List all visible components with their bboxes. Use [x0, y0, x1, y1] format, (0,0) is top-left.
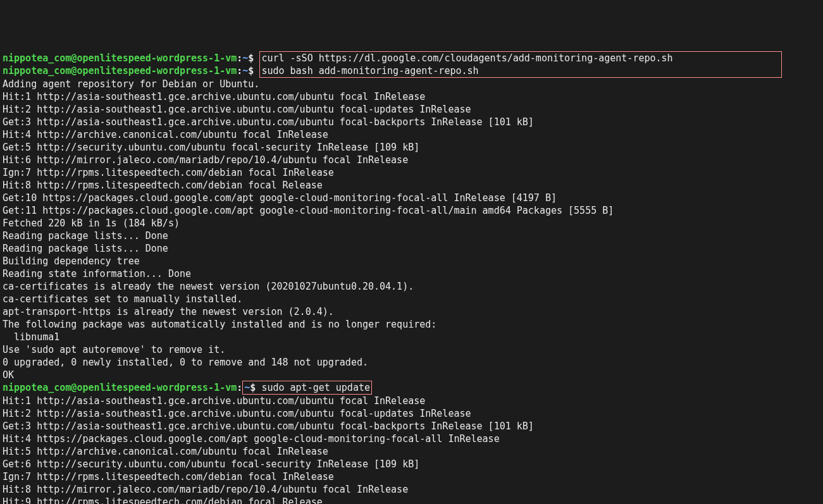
terminal-line: libnuma1 — [3, 331, 820, 343]
output-line: Hit:9 http://rpms.litespeedtech.com/debi… — [3, 496, 323, 504]
output-line: Hit:4 http://archive.canonical.com/ubunt… — [3, 129, 328, 140]
output-line: apt-transport-https is already the newes… — [3, 306, 334, 317]
terminal-line: Get:5 http://security.ubuntu.com/ubuntu … — [3, 141, 820, 154]
terminal-line: Hit:5 http://archive.canonical.com/ubunt… — [3, 445, 820, 458]
terminal-line: Hit:2 http://asia-southeast1.gce.archive… — [3, 407, 820, 420]
output-line: Hit:4 https://packages.cloud.google.com/… — [3, 433, 500, 445]
highlight-box-bottom: sudo bash add-monitoring-agent-repo.sh — [259, 65, 782, 78]
prompt-sep: : — [237, 52, 242, 64]
terminal-line: Hit:9 http://rpms.litespeedtech.com/debi… — [3, 496, 820, 504]
prompt-user-host: nippotea_com@openlitespeed-wordpress-1-v… — [3, 382, 237, 393]
output-line: Ign:7 http://rpms.litespeedtech.com/debi… — [3, 167, 334, 178]
output-line: Get:3 http://asia-southeast1.gce.archive… — [3, 421, 534, 432]
output-line: Ign:7 http://rpms.litespeedtech.com/debi… — [3, 471, 334, 482]
terminal-line: ca-certificates is already the newest ve… — [3, 280, 820, 293]
terminal-line: Hit:2 http://asia-southeast1.gce.archive… — [3, 103, 820, 116]
output-line: Reading package lists... Done — [3, 243, 168, 254]
output-line: Hit:6 http://mirror.jaleco.com/mariadb/r… — [3, 154, 408, 166]
output-line: Get:11 https://packages.cloud.google.com… — [3, 205, 614, 216]
prompt-dollar: $ — [248, 65, 259, 77]
terminal-line: Get:3 http://asia-southeast1.gce.archive… — [3, 116, 820, 128]
prompt-user-host: nippotea_com@openlitespeed-wordpress-1-v… — [3, 52, 237, 64]
terminal-line: Get:6 http://security.ubuntu.com/ubuntu … — [3, 458, 820, 470]
terminal-line: Reading package lists... Done — [3, 242, 820, 255]
output-line: Get:5 http://security.ubuntu.com/ubuntu … — [3, 142, 419, 153]
output-line: Get:10 https://packages.cloud.google.com… — [3, 192, 557, 204]
terminal-line: Hit:4 https://packages.cloud.google.com/… — [3, 433, 820, 445]
terminal-line: OK — [3, 369, 820, 381]
prompt-dollar: $ — [248, 52, 259, 64]
output-line: Hit:8 http://rpms.litespeedtech.com/debi… — [3, 180, 323, 191]
terminal-line: Reading state information... Done — [3, 267, 820, 280]
output-line: Adding agent repository for Debian or Ub… — [3, 78, 259, 90]
output-line: libnuma1 — [3, 331, 59, 343]
terminal-line: Hit:1 http://asia-southeast1.gce.archive… — [3, 90, 820, 103]
command-curl: curl -sSO https://dl.google.com/cloudage… — [261, 52, 672, 64]
terminal-line: The following package was automatically … — [3, 318, 820, 331]
output-line: Get:6 http://security.ubuntu.com/ubuntu … — [3, 458, 419, 470]
terminal-line: ca-certificates set to manually installe… — [3, 293, 820, 305]
prompt-path: ~ — [244, 382, 250, 393]
prompt-path: ~ — [242, 52, 248, 64]
terminal-line: Hit:1 http://asia-southeast1.gce.archive… — [3, 395, 820, 407]
terminal-line: Fetched 220 kB in 1s (184 kB/s) — [3, 217, 820, 230]
output-line: ca-certificates set to manually installe… — [3, 293, 242, 305]
terminal-line: Ign:7 http://rpms.litespeedtech.com/debi… — [3, 166, 820, 179]
output-line: Hit:2 http://asia-southeast1.gce.archive… — [3, 104, 471, 115]
output-line: Hit:1 http://asia-southeast1.gce.archive… — [3, 395, 425, 407]
output-line: The following package was automatically … — [3, 319, 436, 330]
terminal-line: Use 'sudo apt autoremove' to remove it. — [3, 343, 820, 356]
terminal-line: nippotea_com@openlitespeed-wordpress-1-v… — [3, 52, 820, 65]
terminal-line: Reading package lists... Done — [3, 230, 820, 242]
prompt-sep: : — [237, 65, 242, 77]
output-line: Get:3 http://asia-southeast1.gce.archive… — [3, 116, 534, 128]
output-line: Reading state information... Done — [3, 268, 191, 280]
terminal-line: Hit:8 http://rpms.litespeedtech.com/debi… — [3, 179, 820, 192]
output-line: Use 'sudo apt autoremove' to remove it. — [3, 344, 225, 355]
command-apt-update: sudo apt-get update — [261, 382, 370, 393]
prompt-user-host: nippotea_com@openlitespeed-wordpress-1-v… — [3, 65, 237, 77]
terminal-line: nippotea_com@openlitespeed-wordpress-1-v… — [3, 65, 820, 78]
highlight-box-top: curl -sSO https://dl.google.com/cloudage… — [259, 51, 782, 65]
terminal-line: Get:11 https://packages.cloud.google.com… — [3, 204, 820, 217]
output-line: 0 upgraded, 0 newly installed, 0 to remo… — [3, 357, 368, 368]
output-line: Hit:8 http://mirror.jaleco.com/mariadb/r… — [3, 484, 408, 495]
prompt-dollar: $ — [250, 382, 261, 393]
terminal-output[interactable]: nippotea_com@openlitespeed-wordpress-1-v… — [3, 52, 820, 504]
highlight-box-update: ~$ sudo apt-get update — [242, 381, 372, 395]
prompt-path: ~ — [242, 65, 248, 77]
output-line: OK — [3, 369, 14, 381]
terminal-line: Adding agent repository for Debian or Ub… — [3, 78, 820, 90]
terminal-line: apt-transport-https is already the newes… — [3, 305, 820, 318]
command-bash: sudo bash add-monitoring-agent-repo.sh — [261, 65, 478, 77]
output-line: Hit:5 http://archive.canonical.com/ubunt… — [3, 446, 328, 457]
output-line: Reading package lists... Done — [3, 230, 168, 242]
terminal-line: Hit:8 http://mirror.jaleco.com/mariadb/r… — [3, 483, 820, 496]
terminal-line: nippotea_com@openlitespeed-wordpress-1-v… — [3, 381, 820, 395]
output-line: Building dependency tree — [3, 255, 140, 267]
terminal-line: Get:3 http://asia-southeast1.gce.archive… — [3, 420, 820, 433]
output-line: ca-certificates is already the newest ve… — [3, 281, 414, 292]
terminal-line: 0 upgraded, 0 newly installed, 0 to remo… — [3, 356, 820, 369]
output-line: Hit:2 http://asia-southeast1.gce.archive… — [3, 408, 471, 419]
terminal-line: Get:10 https://packages.cloud.google.com… — [3, 192, 820, 204]
output-line: Fetched 220 kB in 1s (184 kB/s) — [3, 218, 180, 229]
terminal-line: Hit:4 http://archive.canonical.com/ubunt… — [3, 128, 820, 141]
terminal-line: Ign:7 http://rpms.litespeedtech.com/debi… — [3, 470, 820, 483]
terminal-line: Hit:6 http://mirror.jaleco.com/mariadb/r… — [3, 154, 820, 166]
terminal-line: Building dependency tree — [3, 255, 820, 267]
output-line: Hit:1 http://asia-southeast1.gce.archive… — [3, 91, 425, 102]
prompt-sep: : — [237, 382, 242, 393]
